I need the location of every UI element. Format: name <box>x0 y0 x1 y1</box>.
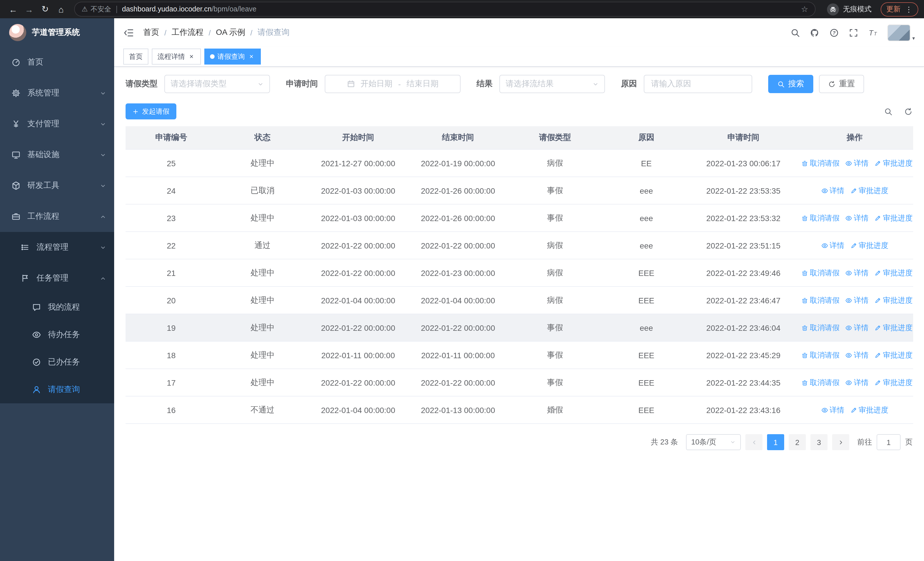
sidebar-item-my-process[interactable]: 我的流程 <box>0 294 114 321</box>
action-cancel-link[interactable]: 取消请假 <box>801 322 840 333</box>
action-cancel-link[interactable]: 取消请假 <box>801 295 840 305</box>
cell-actions: 取消请假详情审批进度 <box>796 259 913 286</box>
action-detail-link[interactable]: 详情 <box>821 185 844 196</box>
sidebar-item-process-mgmt[interactable]: 流程管理 <box>0 232 114 263</box>
cell-status: 处理中 <box>217 286 308 314</box>
cell-apply-time: 2022-01-22 23:45:29 <box>691 341 796 369</box>
goto-page-input[interactable]: 1 <box>877 434 901 450</box>
action-detail-link[interactable]: 详情 <box>845 295 868 305</box>
reload-icon[interactable]: ↻ <box>38 4 52 14</box>
sidebar-item-todo-tasks[interactable]: 待办任务 <box>0 321 114 349</box>
search-button[interactable]: 搜索 <box>768 75 813 93</box>
sidebar-item-home[interactable]: 首页 <box>0 47 114 78</box>
breadcrumb-oa-demo[interactable]: OA 示例 <box>216 27 245 38</box>
cell-leave-type: 病假 <box>508 232 602 259</box>
column-header: 原因 <box>602 126 691 149</box>
apply-time-range-picker[interactable]: 开始日期 - 结束日期 <box>325 75 460 93</box>
font-size-icon[interactable]: TT <box>868 28 878 38</box>
svg-text:?: ? <box>833 30 836 35</box>
help-icon[interactable]: ? <box>830 28 839 38</box>
refresh-table-icon[interactable] <box>904 107 913 116</box>
url-bar[interactable]: ⚠ 不安全 dashboard.yudao.iocoder.cn /bpm/oa… <box>74 2 816 17</box>
chevron-down-icon <box>100 152 106 158</box>
page-size-select[interactable]: 10条/页 <box>686 434 741 450</box>
action-detail-link[interactable]: 详情 <box>821 405 844 415</box>
result-select[interactable]: 请选择流结果 <box>500 75 605 93</box>
action-progress-link[interactable]: 审批进度 <box>874 213 913 223</box>
action-cancel-link[interactable]: 取消请假 <box>801 350 840 360</box>
action-progress-link[interactable]: 审批进度 <box>874 158 913 168</box>
collapse-sidebar-icon[interactable] <box>123 27 134 38</box>
action-detail-link[interactable]: 详情 <box>845 158 868 168</box>
browser-menu-icon[interactable]: ⋮ <box>905 5 913 14</box>
header-actions: ? TT ▾ <box>791 24 915 41</box>
cell-status: 通过 <box>217 232 308 259</box>
breadcrumb-home[interactable]: 首页 <box>143 27 159 38</box>
reason-input[interactable]: 请输入原因 <box>644 75 752 93</box>
action-detail-link[interactable]: 详情 <box>845 350 868 360</box>
update-button[interactable]: 更新 ⋮ <box>880 2 918 16</box>
sidebar-item-workflow[interactable]: 工作流程 <box>0 201 114 232</box>
bookmark-star-icon[interactable]: ☆ <box>801 5 808 14</box>
sidebar-item-task-mgmt[interactable]: 任务管理 <box>0 263 114 294</box>
close-icon[interactable]: × <box>188 53 195 60</box>
sidebar-item-system[interactable]: 系统管理 <box>0 78 114 108</box>
trash-icon <box>801 352 808 358</box>
page-2-button[interactable]: 2 <box>789 434 806 450</box>
cell-leave-type: 事假 <box>508 314 602 341</box>
action-progress-link[interactable]: 审批进度 <box>874 268 913 278</box>
sidebar-item-leave-query[interactable]: 请假查询 <box>0 376 114 403</box>
create-leave-button[interactable]: 发起请假 <box>126 104 176 119</box>
action-detail-link[interactable]: 详情 <box>821 240 844 251</box>
action-progress-link[interactable]: 审批进度 <box>874 295 913 305</box>
cell-leave-type: 婚假 <box>508 396 602 424</box>
briefcase-icon <box>11 212 21 221</box>
action-detail-link[interactable]: 详情 <box>845 268 868 278</box>
action-cancel-link[interactable]: 取消请假 <box>801 268 840 278</box>
action-progress-link[interactable]: 审批进度 <box>850 405 888 415</box>
fullscreen-icon[interactable] <box>849 28 859 38</box>
page-1-button[interactable]: 1 <box>767 434 784 450</box>
sidebar-item-devtools[interactable]: 研发工具 <box>0 170 114 201</box>
page-content: 请假类型 请选择请假类型 申请时间 开始日期 - 结束日期 <box>114 67 924 561</box>
sidebar-item-payment[interactable]: 支付管理 <box>0 108 114 139</box>
user-avatar[interactable]: ▾ <box>888 24 915 41</box>
close-icon[interactable]: × <box>248 53 255 60</box>
action-progress-link[interactable]: 审批进度 <box>850 240 888 251</box>
back-icon[interactable]: ← <box>6 4 21 14</box>
tab-process-detail[interactable]: 流程详情 × <box>152 48 201 65</box>
tab-home[interactable]: 首页 <box>123 48 148 65</box>
breadcrumb-workflow[interactable]: 工作流程 <box>171 27 204 38</box>
action-cancel-link[interactable]: 取消请假 <box>801 158 840 168</box>
action-progress-link[interactable]: 审批进度 <box>874 322 913 333</box>
github-icon[interactable] <box>810 28 820 38</box>
next-page-button[interactable] <box>832 434 849 450</box>
sidebar-item-infra[interactable]: 基础设施 <box>0 139 114 170</box>
page-3-button[interactable]: 3 <box>810 434 828 450</box>
cell-reason: EE <box>602 149 691 177</box>
action-detail-link[interactable]: 详情 <box>845 378 868 388</box>
leave-type-select[interactable]: 请选择请假类型 <box>164 75 270 93</box>
forward-icon[interactable]: → <box>22 4 36 14</box>
search-icon <box>777 80 785 88</box>
action-cancel-link[interactable]: 取消请假 <box>801 213 840 223</box>
chevron-left-icon <box>751 439 757 445</box>
search-icon[interactable] <box>791 28 801 38</box>
action-progress-link[interactable]: 审批进度 <box>850 185 888 196</box>
prev-page-button[interactable] <box>746 434 762 450</box>
toggle-search-icon[interactable] <box>884 107 892 116</box>
column-header: 申请编号 <box>126 126 217 149</box>
action-detail-link[interactable]: 详情 <box>845 213 868 223</box>
action-progress-link[interactable]: 审批进度 <box>874 350 913 360</box>
tab-leave-query[interactable]: 请假查询 × <box>204 48 261 65</box>
reset-button[interactable]: 重置 <box>819 75 864 93</box>
sidebar-item-done-tasks[interactable]: 已办任务 <box>0 349 114 376</box>
action-cancel-link[interactable]: 取消请假 <box>801 378 840 388</box>
cell-id: 17 <box>126 369 217 396</box>
avatar[interactable] <box>888 24 910 41</box>
action-detail-link[interactable]: 详情 <box>845 322 868 333</box>
action-progress-link[interactable]: 审批进度 <box>874 378 913 388</box>
cell-end-time: 2022-01-22 00:00:00 <box>408 314 508 341</box>
home-icon[interactable]: ⌂ <box>54 4 69 14</box>
cell-apply-time: 2022-01-23 00:06:17 <box>691 149 796 177</box>
